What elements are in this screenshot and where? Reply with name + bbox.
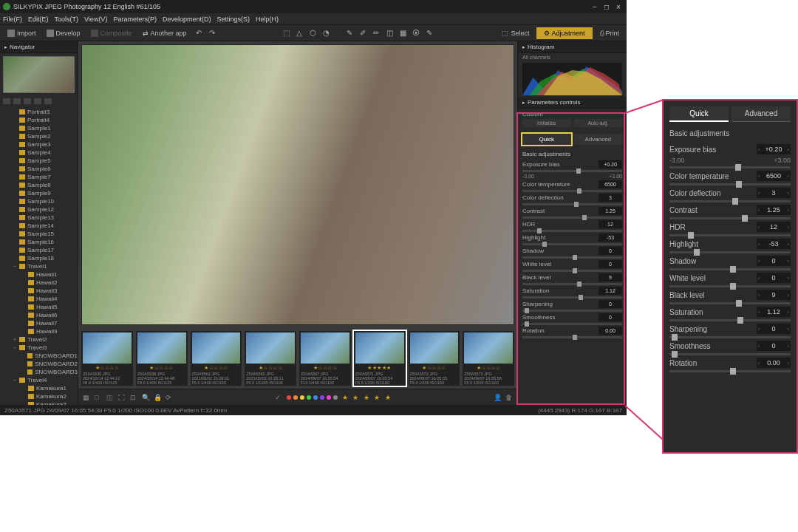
histogram-header[interactable]: Histogram: [518, 41, 627, 53]
slider-shadow[interactable]: Shadow0: [522, 247, 622, 259]
slider-color-deflection[interactable]: Color deflection3: [522, 194, 622, 205]
marker-icon[interactable]: ✎: [425, 29, 434, 38]
navigator-preview[interactable]: [3, 56, 75, 93]
trash-icon[interactable]: 🗑: [505, 394, 513, 401]
quick-tab[interactable]: Quick: [522, 134, 571, 145]
tab-icon[interactable]: [13, 98, 21, 104]
folder-item[interactable]: Hawaii2: [0, 279, 78, 287]
brush2-icon[interactable]: ✐: [358, 29, 367, 38]
folder-item[interactable]: Hawaii7: [0, 319, 78, 327]
folder-item[interactable]: Sample2: [0, 132, 78, 140]
filmstrip[interactable]: ★☆☆☆☆Z50A5530.JPG2024/10/14 12:44:12F8.0…: [78, 328, 517, 389]
folder-item[interactable]: Sample18: [0, 254, 78, 262]
parameters-header[interactable]: Parameters controls: [518, 97, 627, 109]
folder-item[interactable]: SNOWBOARD3: [0, 368, 78, 376]
folder-item[interactable]: Sample3: [0, 140, 78, 149]
clone-icon[interactable]: ⬡: [308, 29, 317, 38]
folder-tree[interactable]: Portrait3Portrait4Sample1Sample2Sample3S…: [0, 106, 78, 405]
slider-sharpening[interactable]: Sharpening0: [522, 300, 622, 312]
color-label-dot[interactable]: [313, 395, 318, 400]
develop-button[interactable]: Develop: [44, 28, 83, 38]
slider-highlight[interactable]: Highlight-53: [522, 233, 622, 245]
folder-item[interactable]: Sample6: [0, 165, 78, 173]
refresh-icon[interactable]: ⟳: [166, 394, 173, 401]
slider-color-deflection[interactable]: Color deflection3: [669, 188, 791, 202]
folder-item[interactable]: SNOWBOARD1: [0, 352, 78, 360]
folder-item[interactable]: Sample5: [0, 157, 78, 165]
folder-item[interactable]: Hawaii4: [0, 295, 78, 303]
rotate-icon[interactable]: △: [295, 29, 304, 38]
minimize-button[interactable]: −: [590, 1, 600, 12]
grid-icon[interactable]: ▦: [83, 394, 90, 401]
slider-sharpening[interactable]: Sharpening0: [669, 324, 791, 338]
slider-exposure-bias[interactable]: Exposure bias+0.20-3.00+3.00: [669, 144, 791, 168]
thumbnail[interactable]: ★★★★★Z50A5571.JPG2024/09/07 16:05:54F5.0…: [354, 331, 406, 386]
color-label-dot[interactable]: [293, 395, 298, 400]
another-app-button[interactable]: ⇄Another app: [140, 28, 190, 38]
folder-item[interactable]: Sample12: [0, 205, 78, 214]
folder-item[interactable]: Kamakura1: [0, 384, 78, 392]
compare-icon[interactable]: ◫: [106, 394, 114, 401]
slider-black-level[interactable]: Black level9: [522, 273, 622, 285]
folder-item[interactable]: Hawaii5: [0, 303, 78, 311]
menu-item[interactable]: View(V): [84, 16, 107, 23]
brush1-icon[interactable]: ✎: [345, 29, 354, 38]
dropper-icon[interactable]: ⦿: [412, 29, 420, 38]
spot-icon[interactable]: ◔: [321, 29, 330, 38]
quick-tab-zoom[interactable]: Quick: [669, 106, 729, 122]
import-button[interactable]: Import: [4, 28, 39, 38]
slider-rotation[interactable]: Rotation0.00: [669, 358, 791, 372]
folder-item[interactable]: Hawaii9: [0, 327, 78, 335]
tab-icon[interactable]: [3, 98, 10, 104]
close-button[interactable]: ×: [613, 1, 624, 12]
thumbnail[interactable]: ★☆☆☆☆Z50A5530.JPG2024/10/14 12:44:12F8.0…: [81, 331, 133, 386]
slider-color-temperature[interactable]: Color temperature6500: [522, 180, 622, 192]
thumbnail[interactable]: ★☆☆☆☆Z50A5567.JPG2024/09/07 16:05:54F13 …: [299, 331, 351, 386]
gradient-icon[interactable]: ▦: [398, 29, 407, 38]
folder-item[interactable]: +Travel2: [0, 335, 78, 344]
folder-item[interactable]: Sample1: [0, 124, 78, 132]
folder-item[interactable]: Sample7: [0, 173, 78, 181]
zoom-icon[interactable]: 🔍: [142, 394, 149, 401]
select-button[interactable]: ⬚Select: [499, 28, 532, 38]
color-label-dot[interactable]: [327, 395, 331, 400]
slider-white-level[interactable]: White level0: [522, 260, 622, 272]
thumbnail[interactable]: ★☆☆☆☆Z50A5538.JPG2024/10/14 12:44:48F8.0…: [136, 331, 188, 386]
folder-item[interactable]: SNOWBOARD2: [0, 360, 78, 368]
folder-item[interactable]: Sample8: [0, 181, 78, 189]
slider-hdr[interactable]: HDR12: [669, 222, 791, 236]
folder-item[interactable]: Hawaii6: [0, 311, 78, 319]
color-label-dot[interactable]: [320, 395, 324, 400]
slider-color-temperature[interactable]: Color temperature6500: [669, 171, 791, 185]
slider-hdr[interactable]: HDR12: [522, 220, 622, 232]
advanced-tab-zoom[interactable]: Advanced: [732, 106, 791, 122]
auto-adj-button[interactable]: Auto adj.: [574, 119, 623, 127]
redo-icon[interactable]: ↷: [208, 29, 216, 38]
slider-contrast[interactable]: Contrast1.25: [669, 205, 791, 219]
folder-item[interactable]: Sample10: [0, 197, 78, 205]
thumbnail[interactable]: ★☆☆☆☆Z50A5572.JPG2024/09/07 16:05:55F5.0…: [409, 331, 460, 386]
slider-smoothness[interactable]: Smoothness0: [522, 313, 622, 325]
thumbnail[interactable]: ★☆☆☆☆Z50A5562.JPG2021/06/02 10:28:01F5.0…: [191, 331, 242, 386]
menu-item[interactable]: File(F): [3, 16, 22, 23]
menu-item[interactable]: Tools(T): [55, 16, 79, 23]
adjustment-button[interactable]: ⚙ Adjustment: [536, 27, 592, 39]
image-preview[interactable]: [81, 44, 514, 325]
slider-shadow[interactable]: Shadow0: [669, 256, 791, 270]
folder-item[interactable]: −Travel3: [0, 344, 78, 352]
lock-icon[interactable]: 🔒: [154, 394, 161, 401]
navigator-header[interactable]: Navigator: [0, 41, 78, 53]
color-label-dot[interactable]: [287, 395, 291, 400]
folder-item[interactable]: Sample14: [0, 222, 78, 230]
folder-item[interactable]: Portrait3: [0, 108, 78, 116]
tab-icon[interactable]: [44, 98, 52, 104]
user-icon[interactable]: 👤: [494, 394, 501, 401]
advanced-tab[interactable]: Advanced: [574, 134, 623, 145]
brush3-icon[interactable]: ✏: [372, 29, 381, 38]
menu-item[interactable]: Help(H): [256, 16, 279, 23]
tab-icon[interactable]: [34, 98, 41, 104]
slider-exposure-bias[interactable]: Exposure bias+0.20-3.00+3.00: [522, 160, 622, 179]
slider-saturation[interactable]: Saturation1.12: [522, 287, 622, 299]
folder-item[interactable]: −Travel4: [0, 376, 78, 384]
menu-item[interactable]: Parameters(P): [113, 16, 157, 23]
